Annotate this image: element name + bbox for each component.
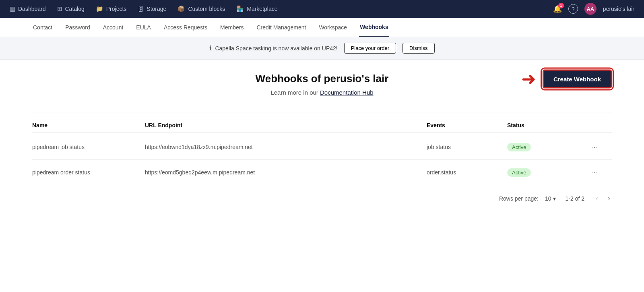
arrow-indicator: ➜ — [521, 70, 536, 88]
nav-custom-blocks[interactable]: 📦 Custom blocks — [178, 5, 225, 12]
dismiss-button[interactable]: Dismiss — [402, 43, 435, 54]
status-badge: Active — [507, 143, 531, 151]
banner-text: ℹ Capella Space tasking is now available… — [209, 44, 337, 52]
subnav-password[interactable]: Password — [64, 18, 91, 37]
top-nav-right: 🔔 1 ? AA perusio's lair — [553, 3, 634, 15]
subnav-access-requests[interactable]: Access Requests — [163, 18, 208, 37]
create-webhook-button[interactable]: Create Webhook — [543, 69, 612, 88]
nav-marketplace[interactable]: 🏪 Marketplace — [236, 5, 277, 12]
table-row: pipedream job status https://eobwnd1dya1… — [32, 135, 612, 160]
pagination: Rows per page: 10 ▾ 1-2 of 2 ‹ › — [32, 185, 612, 211]
row2-status: Active — [507, 168, 588, 177]
row2-url: https://eomd5gbeq2p4eew.m.pipedream.net — [145, 169, 427, 176]
top-navigation: ▦ Dashboard ⊞ Catalog 📁 Projects 🗄 Stora… — [0, 0, 644, 18]
subnav-webhooks[interactable]: Webhooks — [359, 18, 389, 37]
webhooks-table: Name URL Endpoint Events Status pipedrea… — [32, 122, 612, 185]
subnav-members[interactable]: Members — [219, 18, 244, 37]
page-subtitle: Learn more in our Documentation Hub — [32, 89, 612, 96]
user-name[interactable]: perusio's lair — [603, 6, 634, 12]
row1-url: https://eobwnd1dya18zx9.m.pipedream.net — [145, 144, 427, 150]
nav-dashboard[interactable]: ▦ Dashboard — [10, 5, 46, 12]
nav-storage[interactable]: 🗄 Storage — [138, 6, 166, 12]
info-icon: ℹ — [209, 44, 212, 52]
row1-actions: ⋯ — [588, 141, 612, 153]
table-row: pipedream order status https://eomd5gbeq… — [32, 160, 612, 185]
next-page-button[interactable]: › — [606, 193, 612, 203]
row1-events: job.status — [427, 144, 507, 150]
rows-per-page-label: Rows per page: — [499, 195, 539, 202]
page-info: 1-2 of 2 — [566, 195, 584, 202]
rows-per-page-select[interactable]: 10 ▾ — [545, 195, 556, 202]
section-divider — [32, 112, 612, 112]
marketplace-icon: 🏪 — [236, 5, 244, 12]
place-order-button[interactable]: Place your order — [344, 43, 396, 54]
main-content: Webhooks of perusio's lair ➜ Create Webh… — [0, 60, 644, 211]
row2-name: pipedream order status — [32, 169, 145, 176]
row1-more-button[interactable]: ⋯ — [588, 141, 601, 153]
nav-catalog[interactable]: ⊞ Catalog — [57, 5, 85, 12]
row2-events: order.status — [427, 169, 507, 176]
subnav-credit-management[interactable]: Credit Management — [256, 18, 307, 37]
notifications-button[interactable]: 🔔 1 — [553, 4, 562, 13]
custom-blocks-icon: 📦 — [178, 5, 185, 12]
announcement-banner: ℹ Capella Space tasking is now available… — [0, 37, 644, 60]
col-url: URL Endpoint — [145, 122, 427, 128]
help-button[interactable]: ? — [568, 4, 578, 14]
row1-name: pipedream job status — [32, 144, 145, 150]
table-header: Name URL Endpoint Events Status — [32, 122, 612, 133]
col-actions — [588, 122, 612, 128]
page-header: Webhooks of perusio's lair ➜ Create Webh… — [32, 72, 612, 85]
chevron-down-icon: ▾ — [553, 195, 556, 202]
subnav-account[interactable]: Account — [102, 18, 124, 37]
projects-icon: 📁 — [96, 5, 103, 12]
nav-projects[interactable]: 📁 Projects — [96, 5, 127, 12]
row2-more-button[interactable]: ⋯ — [588, 166, 601, 178]
avatar[interactable]: AA — [584, 3, 597, 15]
notification-badge: 1 — [558, 3, 564, 8]
col-status: Status — [507, 122, 588, 128]
status-badge: Active — [507, 168, 531, 177]
prev-page-button[interactable]: ‹ — [594, 193, 600, 203]
page-title: Webhooks of perusio's lair — [256, 72, 389, 85]
create-button-area: ➜ Create Webhook — [521, 69, 612, 88]
documentation-hub-link[interactable]: Documentation Hub — [320, 89, 374, 96]
subnav-contact[interactable]: Contact — [32, 18, 53, 37]
sub-navigation: Contact Password Account EULA Access Req… — [0, 18, 644, 37]
storage-icon: 🗄 — [138, 6, 144, 12]
subnav-workspace[interactable]: Workspace — [318, 18, 348, 37]
dashboard-icon: ▦ — [10, 5, 15, 12]
row1-status: Active — [507, 143, 588, 151]
subnav-eula[interactable]: EULA — [135, 18, 152, 37]
row2-actions: ⋯ — [588, 166, 612, 178]
col-name: Name — [32, 122, 145, 128]
catalog-icon: ⊞ — [57, 5, 62, 12]
col-events: Events — [427, 122, 507, 128]
top-nav-links: ▦ Dashboard ⊞ Catalog 📁 Projects 🗄 Stora… — [10, 5, 277, 12]
